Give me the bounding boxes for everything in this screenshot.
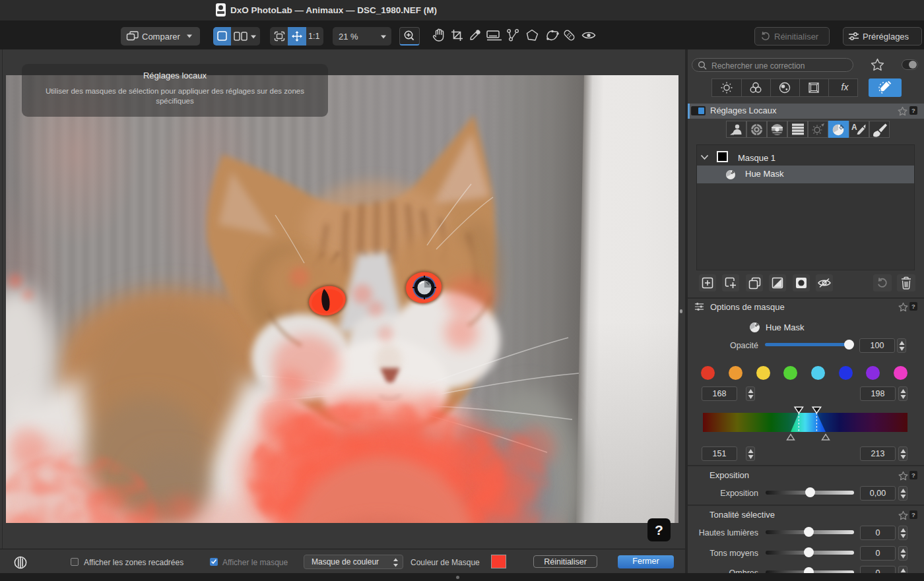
svg-text:A: A: [851, 123, 857, 132]
